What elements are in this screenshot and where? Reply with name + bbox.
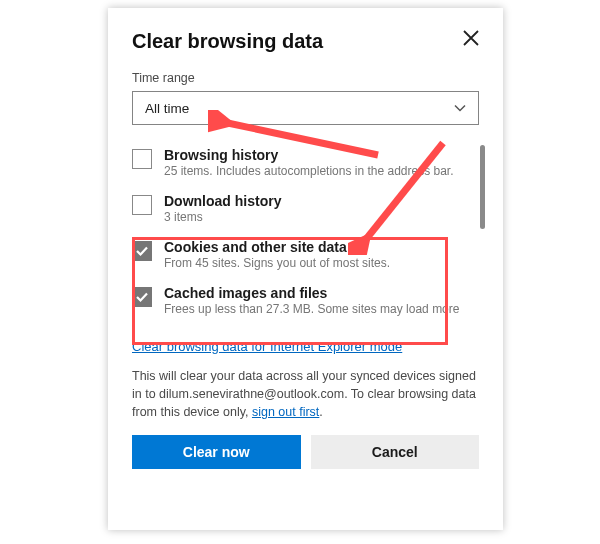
time-range-value: All time (145, 101, 189, 116)
sign-out-link[interactable]: sign out first (252, 405, 319, 419)
option-label: Cached images and files (164, 285, 459, 301)
checkbox[interactable] (132, 195, 152, 215)
option-browsing-history: Browsing history25 items. Includes autoc… (132, 141, 479, 187)
sync-info-text: This will clear your data across all you… (132, 367, 479, 421)
option-label: Download history (164, 193, 281, 209)
option-label: Cookies and other site data (164, 239, 390, 255)
option-download-history: Download history3 items (132, 187, 479, 233)
checkbox[interactable] (132, 149, 152, 169)
chevron-down-icon (454, 102, 466, 114)
scrollbar-thumb[interactable] (480, 145, 485, 229)
checkbox[interactable] (132, 241, 152, 261)
option-cached-images-and-files: Cached images and filesFrees up less tha… (132, 279, 479, 325)
clear-now-button[interactable]: Clear now (132, 435, 301, 469)
close-icon[interactable] (463, 30, 479, 46)
option-cookies-and-other-site-data: Cookies and other site dataFrom 45 sites… (132, 233, 479, 279)
dialog-title: Clear browsing data (132, 30, 323, 53)
option-desc: 3 items (164, 210, 281, 225)
option-desc: From 45 sites. Signs you out of most sit… (164, 256, 390, 271)
time-range-select[interactable]: All time (132, 91, 479, 125)
option-desc: Frees up less than 27.3 MB. Some sites m… (164, 302, 459, 317)
option-desc: 25 items. Includes autocompletions in th… (164, 164, 454, 179)
options-list: Browsing history25 items. Includes autoc… (132, 141, 479, 325)
cancel-button[interactable]: Cancel (311, 435, 480, 469)
option-label: Browsing history (164, 147, 454, 163)
clear-browsing-data-dialog: Clear browsing data Time range All time … (108, 8, 503, 530)
time-range-label: Time range (132, 71, 479, 85)
ie-mode-link[interactable]: Clear browsing data for Internet Explore… (132, 339, 402, 354)
checkbox[interactable] (132, 287, 152, 307)
